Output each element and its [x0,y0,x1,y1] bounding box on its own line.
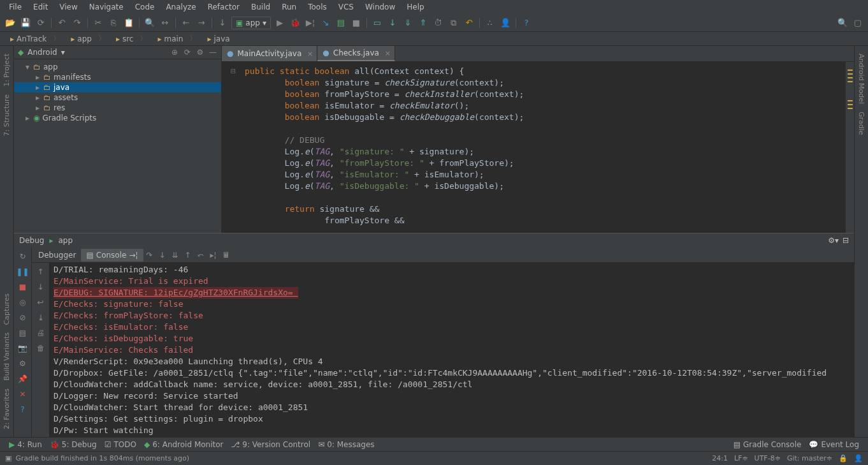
find-button[interactable]: 🔍 [143,17,156,29]
print-button[interactable]: 🖨 [34,327,47,339]
paste-button[interactable]: 📋 [122,17,135,29]
tree-assets[interactable]: ▸🗀assets [14,92,221,103]
chevron-down-icon[interactable]: ▾ [61,48,65,57]
vcs-update-button[interactable]: ⇓ [401,17,414,29]
redo-button[interactable]: ↷ [71,17,83,29]
tab-checks[interactable]: ● Checks.java × [317,46,395,61]
down-button[interactable]: ↓ [34,281,47,293]
menu-file[interactable]: File [4,1,27,13]
hide-icon[interactable]: ⊟ [843,236,849,245]
tree-gradle-scripts[interactable]: ▸◉Gradle Scripts [14,113,221,123]
bb-debug[interactable]: 🐞5: Debug [46,440,101,449]
clear-button[interactable]: 🗑 [34,342,47,355]
vcs-commit-button[interactable]: ⇑ [417,17,430,29]
vcs-diff-button[interactable]: ⧉ [447,17,460,29]
tree-app[interactable]: ▾🗀app [14,62,221,72]
warning-mark[interactable] [848,104,853,105]
bb-event-log[interactable]: 💬Event Log [805,440,863,449]
toggle-tool-windows-icon[interactable]: ▣ [5,454,11,462]
up-button[interactable]: ↑ [34,265,47,278]
fold-icon[interactable]: ⊟ [231,66,236,77]
pause-button[interactable]: ❚❚ [17,265,29,278]
wrap-button[interactable]: ↩ [34,296,47,309]
step-over-button[interactable]: ↷ [143,249,156,262]
profile-button[interactable]: ▶¦ [304,17,317,29]
menu-view[interactable]: View [54,1,82,13]
expand-icon[interactable]: ⟳ [183,48,192,57]
project-selector[interactable]: Android [27,48,57,57]
forward-button[interactable]: → [195,17,208,29]
warning-mark[interactable] [848,70,853,71]
hector-icon[interactable]: 👤 [854,454,863,462]
mute-button[interactable]: ⊘ [17,311,29,324]
step-out-button[interactable]: ↑ [182,249,194,262]
tab-structure[interactable]: 7: Structure [3,91,11,140]
vcs-history-button[interactable]: ⏱ [432,17,445,29]
close-tab-icon[interactable]: × [385,49,391,57]
tree-manifests[interactable]: ▸🗀manifests [14,72,221,82]
run-button[interactable]: ▶ [273,17,286,29]
refresh-button[interactable]: ⟳ [34,17,47,29]
vcs-revert-button[interactable]: ↶ [463,17,475,29]
attach-button[interactable]: ↘ [319,17,332,29]
open-button[interactable]: 📂 [4,17,17,29]
step-into-button[interactable]: ↓ [156,249,169,262]
hide-icon[interactable]: — [208,48,217,57]
menu-refactor[interactable]: Refactor [203,1,245,13]
crumb-src[interactable]: ▸src [111,32,153,45]
warning-mark[interactable] [848,73,853,75]
gear-icon[interactable]: ⚙▾ [828,236,839,245]
back-button[interactable]: ← [180,17,192,29]
menu-build[interactable]: Build [246,1,275,13]
make-button[interactable]: ↓ [216,17,229,29]
menu-tools[interactable]: Tools [303,1,332,13]
warning-mark[interactable] [848,108,853,109]
crumb-java[interactable]: ▸java [202,33,241,45]
evaluate-button[interactable]: 🖩 [220,249,233,262]
settings-button[interactable]: ⚙ [17,357,29,370]
menu-help[interactable]: Help [401,1,429,13]
pin-button[interactable]: 📌 [17,373,29,385]
run-config-selector[interactable]: ▣ app ▾ [231,17,271,29]
camera-button[interactable]: 📷 [17,342,29,355]
search-everywhere-button[interactable]: 🔍 [836,17,849,29]
tab-android-model[interactable]: Android Model [857,50,865,108]
crumb-main[interactable]: ▸main [152,32,202,45]
lock-icon[interactable]: 🔒 [839,454,848,462]
status-line-ending[interactable]: LF≑ [734,454,748,462]
replace-button[interactable]: ↔ [159,17,171,29]
crumb-app[interactable]: ▸app [66,32,111,45]
stop-button[interactable]: ■ [350,17,363,29]
status-encoding[interactable]: UTF-8≑ [755,454,781,462]
tree-java[interactable]: ▸🗀java [14,82,221,92]
run-to-cursor-button[interactable]: ▸¦ [207,249,220,262]
tab-build-variants[interactable]: Build Variants [3,328,11,385]
stop-button[interactable]: ■ [17,281,29,293]
breakpoints-button[interactable]: ◎ [17,296,29,309]
close-tab-icon[interactable]: × [307,50,313,58]
cut-button[interactable]: ✂ [92,17,105,29]
crumb-antrack[interactable]: ▸AnTrack [5,32,66,45]
structure-button[interactable]: ⛬ [484,17,496,29]
close-icon[interactable]: ✕ [17,388,29,401]
tab-gradle[interactable]: Gradle [857,108,865,139]
avd-button[interactable]: ▭ [371,17,384,29]
bb-version-control[interactable]: ⎇9: Version Control [228,440,315,449]
save-button[interactable]: 💾 [19,17,32,29]
warning-mark[interactable] [848,81,853,82]
tree-res[interactable]: ▸🗀res [14,103,221,113]
menu-vcs[interactable]: VCS [333,1,359,13]
warning-mark[interactable] [848,77,853,78]
bb-run[interactable]: ▶4: Run [5,440,46,449]
tab-mainactivity[interactable]: ● MainActivity.java × [222,46,317,61]
tab-favorites[interactable]: 2: Favorites [3,385,11,433]
undo-button[interactable]: ↶ [55,17,68,29]
help-button[interactable]: ? [520,17,533,29]
menu-navigate[interactable]: Navigate [84,1,129,13]
coverage-button[interactable]: ▤ [335,17,347,29]
tab-project[interactable]: 1: Project [3,50,11,91]
debug-button[interactable]: 🐞 [289,17,301,29]
scroll-end-button[interactable]: ⤓ [34,311,47,324]
help-button[interactable]: ? [17,403,29,416]
bb-android-monitor[interactable]: ◆6: Android Monitor [140,440,228,449]
